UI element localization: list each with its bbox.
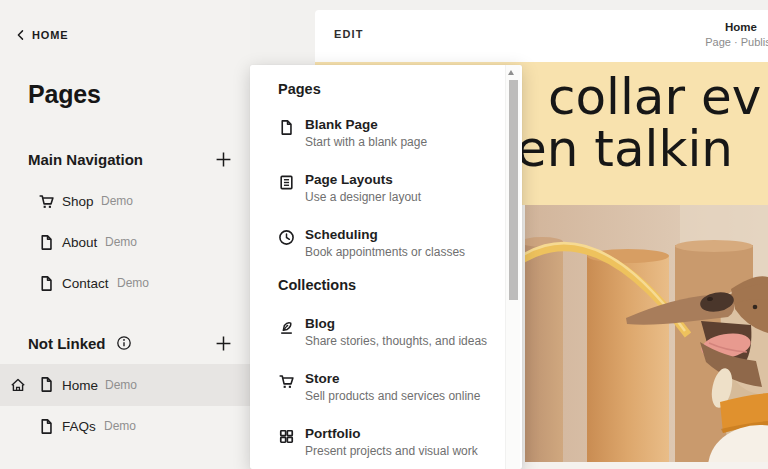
menu-item-subtitle: Share stories, thoughts, and ideas xyxy=(305,333,493,349)
menu-scrollbar-thumb[interactable] xyxy=(509,80,518,300)
plus-icon xyxy=(215,335,232,352)
menu-item-title: Store xyxy=(305,370,493,387)
sidebar-item-faqs[interactable]: FAQs Demo xyxy=(0,406,250,446)
page-icon xyxy=(38,234,55,251)
menu-item-subtitle: Book appointments or classes xyxy=(305,244,493,260)
sidebar-item-label: Contact xyxy=(62,276,109,291)
sidebar-item-home-active[interactable]: Home Demo xyxy=(0,364,250,406)
menu-heading-pages: Pages xyxy=(278,81,321,97)
section-main-navigation: Main Navigation xyxy=(28,149,232,169)
sidebar-item-label: Home xyxy=(62,378,98,393)
menu-item-store[interactable]: Store Sell products and services online xyxy=(278,370,493,404)
page-info: Home Page · Publish xyxy=(695,20,768,49)
info-icon xyxy=(116,335,132,351)
back-home-button[interactable]: HOME xyxy=(15,29,69,41)
menu-item-title: Page Layouts xyxy=(305,171,493,188)
cart-icon xyxy=(278,373,295,390)
demo-badge: Demo xyxy=(101,194,133,208)
preview-toolbar: EDIT Home Page · Publish xyxy=(315,10,768,62)
page-layouts-icon xyxy=(278,174,295,191)
page-background-strip xyxy=(525,462,768,469)
back-home-label: HOME xyxy=(32,29,69,41)
menu-item-subtitle: Present projects and visual work xyxy=(305,443,493,459)
grid-icon xyxy=(278,428,295,445)
edit-button[interactable]: EDIT xyxy=(334,28,363,40)
sidebar-title: Pages xyxy=(28,80,101,109)
menu-item-title: Blog xyxy=(305,315,493,332)
demo-badge: Demo xyxy=(105,378,137,392)
menu-item-subtitle: Use a designer layout xyxy=(305,189,493,205)
hero-photo[interactable] xyxy=(525,205,768,462)
demo-badge: Demo xyxy=(104,419,136,433)
menu-item-page-layouts[interactable]: Page Layouts Use a designer layout xyxy=(278,171,493,205)
section-main-navigation-label: Main Navigation xyxy=(28,151,143,168)
home-icon xyxy=(10,377,26,393)
pen-icon xyxy=(278,318,295,335)
chevron-left-icon xyxy=(15,29,27,41)
add-page-not-linked-button[interactable] xyxy=(214,334,232,352)
menu-item-blog[interactable]: Blog Share stories, thoughts, and ideas xyxy=(278,315,493,349)
page-status: Page · Publish xyxy=(695,35,768,49)
cart-icon xyxy=(38,193,55,210)
sidebar-item-label: FAQs xyxy=(62,419,96,434)
pages-sidebar: HOME Pages Main Navigation Shop Demo xyxy=(0,0,250,469)
menu-item-subtitle: Start with a blank page xyxy=(305,134,493,150)
plus-icon xyxy=(215,151,232,168)
clock-icon xyxy=(278,229,295,246)
menu-item-blank-page[interactable]: Blank Page Start with a blank page xyxy=(278,116,493,150)
sidebar-item-label: About xyxy=(62,235,97,250)
page-name: Home xyxy=(695,20,768,35)
menu-item-portfolio[interactable]: Portfolio Present projects and visual wo… xyxy=(278,425,493,459)
app-window: EDIT Home Page · Publish collar ev en ta… xyxy=(0,0,768,469)
menu-item-subtitle: Sell products and services online xyxy=(305,388,493,404)
scroll-up-arrow-icon[interactable] xyxy=(508,70,514,75)
menu-item-title: Blank Page xyxy=(305,116,493,133)
hero-text-line1: collar ev xyxy=(548,71,761,123)
page-icon xyxy=(38,376,55,393)
demo-badge: Demo xyxy=(117,276,149,290)
section-not-linked: Not Linked xyxy=(28,333,232,353)
section-not-linked-label: Not Linked xyxy=(28,335,106,352)
sidebar-item-label: Shop xyxy=(62,194,94,209)
menu-heading-collections: Collections xyxy=(278,277,356,293)
dog-photo-illustration xyxy=(525,205,768,462)
menu-item-title: Portfolio xyxy=(305,425,493,442)
menu-item-scheduling[interactable]: Scheduling Book appointments or classes xyxy=(278,226,493,260)
menu-item-title: Scheduling xyxy=(305,226,493,243)
page-icon xyxy=(38,275,55,292)
hero-text-line2: en talkin xyxy=(516,123,733,175)
demo-badge: Demo xyxy=(105,235,137,249)
sidebar-item-contact[interactable]: Contact Demo xyxy=(0,263,250,303)
sidebar-item-shop[interactable]: Shop Demo xyxy=(0,181,250,221)
add-page-menu: Pages Blank Page Start with a blank page… xyxy=(250,65,522,469)
sidebar-item-about[interactable]: About Demo xyxy=(0,222,250,262)
blank-page-icon xyxy=(278,119,295,136)
page-icon xyxy=(38,418,55,435)
not-linked-info-button[interactable] xyxy=(116,335,132,351)
add-page-main-nav-button[interactable] xyxy=(214,150,232,168)
